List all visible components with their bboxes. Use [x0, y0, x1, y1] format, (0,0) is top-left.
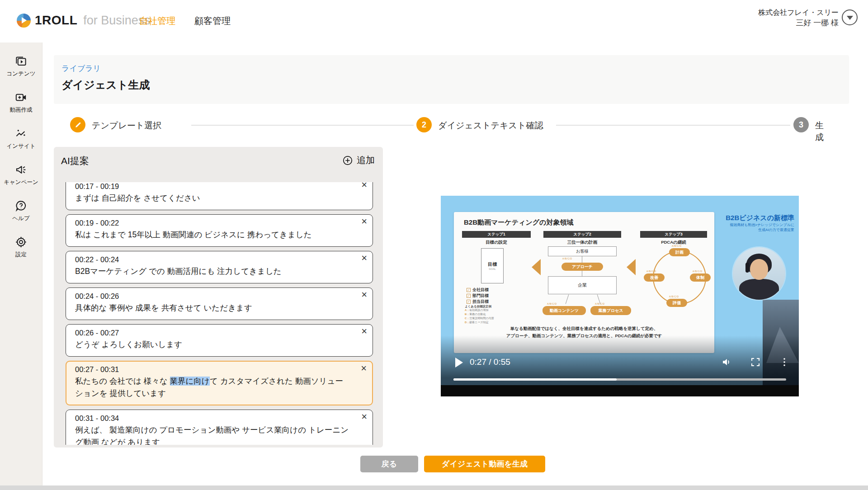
segment-card[interactable]: 00:22 - 00:24 × B2Bマーケティング での 動画活用にも 注力し… — [66, 251, 373, 283]
segment-card[interactable]: 00:19 - 00:22 × 私は これまで 15年以上 動画関連の ビジネス… — [66, 214, 373, 247]
insight-icon — [15, 127, 27, 140]
segment-card[interactable]: 00:24 - 00:26 × 具体的な 事例や 成果を 共有させて いただきま… — [66, 287, 373, 320]
step-2-label: ダイジェストテキスト確認 — [438, 120, 543, 132]
slide-company-box: 企業 — [548, 276, 617, 294]
abcd-micro-label: A/B/C/D — [672, 245, 682, 247]
add-segment-button[interactable]: 追加 — [342, 154, 375, 166]
segment-card[interactable]: 00:26 - 00:27 × どうぞ よろしくお願いします — [66, 324, 373, 357]
connector-line — [566, 294, 569, 304]
sidebar-item-label: インサイト — [7, 142, 36, 150]
nav-item-customers[interactable]: 顧客管理 — [194, 15, 231, 27]
video-bottom-bar — [441, 385, 799, 396]
sidebar-item-campaign[interactable]: キャンペーン — [0, 164, 42, 186]
brand-logo[interactable]: 1ROLL for Business — [17, 13, 151, 28]
segment-list: 00:17 - 00:19 × まずは 自己紹介を させてください 00:19 … — [66, 182, 373, 445]
fullscreen-icon[interactable] — [750, 357, 761, 368]
more-options-icon[interactable] — [779, 357, 790, 368]
segment-card[interactable]: 00:17 - 00:19 × まずは 自己紹介を させてください — [66, 182, 373, 210]
campaign-icon — [15, 164, 27, 176]
example-text: 業務の自動化 — [469, 313, 486, 316]
video-player[interactable]: B2B動画マーケティングの対象領域 ステップ1 ステップ2 ステップ3 目標の設… — [441, 196, 799, 396]
video-progress-bar[interactable] — [453, 378, 786, 381]
video-progress-fill — [453, 378, 617, 381]
segment-time: 00:22 - 00:24 — [75, 255, 351, 264]
step-connector — [556, 125, 790, 126]
app-root: 1ROLL for Business 自社管理 顧客管理 株式会社フレイ・スリー… — [0, 0, 868, 490]
segment-text: 具体的な 事例や 成果を 共有させて いただきます — [75, 302, 351, 314]
slide-goal-examples-title: よくある目標設定例 — [465, 304, 494, 308]
slide-pill-business-process: 業務プロセス — [590, 306, 631, 315]
segment-time: 00:26 - 00:27 — [75, 329, 351, 337]
sidebar-item-settings[interactable]: 設定 — [0, 236, 42, 259]
top-nav: 自社管理 顧客管理 — [139, 15, 231, 27]
volume-icon[interactable] — [721, 357, 732, 368]
segment-remove-button[interactable]: × — [361, 412, 367, 422]
slide-check-item: ✓ 部門目標 — [467, 293, 489, 299]
checkbox-icon: ✓ — [467, 294, 471, 298]
sidebar-item-insight[interactable]: インサイト — [0, 127, 42, 150]
brand-name: 1ROLL — [35, 13, 77, 28]
sidebar-item-help[interactable]: ヘルプ — [0, 200, 42, 222]
segment-text[interactable]: 私たちの 会社では 様々な 業界に向けて カスタマイズされた 動画ソリューション… — [75, 375, 351, 400]
segment-remove-button[interactable]: × — [361, 326, 367, 336]
back-button[interactable]: 戻る — [360, 456, 418, 472]
slide-check-item: ✓ 全社目標 — [467, 287, 489, 293]
arrow-left-icon — [532, 259, 541, 275]
checkbox-icon: ✓ — [467, 300, 471, 304]
brand-logo-icon — [17, 14, 31, 28]
slide-step3-tag: ステップ3 — [640, 231, 707, 238]
help-icon — [15, 200, 27, 212]
segment-time: 00:24 - 00:26 — [75, 292, 351, 301]
segment-remove-button[interactable]: × — [361, 217, 367, 226]
sidebar-item-label: ヘルプ — [12, 215, 29, 222]
connector-line — [582, 271, 582, 276]
slide-corner-badge: B2Bビジネスの新標準 複雑商材も動画×ナレッジでシンプルに 生成AIの力で最適… — [726, 214, 794, 232]
user-menu-button[interactable] — [842, 9, 858, 25]
contents-icon — [15, 55, 27, 67]
create-video-icon — [15, 91, 27, 104]
segment-text: B2Bマーケティング での 動画活用にも 注力してきました — [75, 265, 351, 278]
page-header-card: ライブラリ ダイジェスト生成 — [54, 55, 849, 104]
segment-time: 00:19 - 00:22 — [75, 219, 351, 227]
user-info: 株式会社フレイ・スリー 三好 一梛 様 — [758, 7, 839, 29]
slide-footnote-line1: 単なる動画配信ではなく、全社目標を達成するための戦略を逆算して定め、 — [454, 326, 714, 332]
ai-panel-title: AI提案 — [61, 155, 89, 167]
slide-pdca-improve: 改善 — [644, 273, 665, 282]
step-connector — [191, 125, 414, 126]
segment-card[interactable]: 00:31 - 00:34 × 例えば、 製造業向けの プロモーション動画や サ… — [66, 410, 373, 445]
segment-text: 私は これまで 15年以上 動画関連の ビジネスに 携わってきました — [75, 229, 351, 241]
play-button[interactable] — [455, 358, 463, 368]
sidebar-item-contents[interactable]: コンテンツ — [0, 55, 42, 78]
presenter-avatar — [733, 247, 785, 300]
slide-title: B2B動画マーケティングの対象領域 — [464, 218, 573, 227]
slide-goal-box: 目標 GOAL — [481, 248, 504, 283]
sidebar: コンテンツ 動画作成 インサイト キャンペーン — [0, 42, 42, 486]
slide-step2-tag: ステップ2 — [543, 231, 621, 238]
nav-item-own-company[interactable]: 自社管理 — [139, 15, 175, 27]
segment-time: 00:31 - 00:34 — [75, 414, 351, 423]
sidebar-item-create-video[interactable]: 動画作成 — [0, 91, 42, 114]
breadcrumb-library[interactable]: ライブラリ — [61, 63, 101, 74]
slide-approach-pill: アプローチ — [561, 263, 603, 271]
segment-time: 00:17 - 00:19 — [75, 182, 351, 191]
slide-check-label: 全社目標 — [472, 287, 489, 293]
segment-card-active[interactable]: 00:27 - 00:31 × 私たちの 会社では 様々な 業界に向けて カスタ… — [66, 361, 373, 405]
generate-digest-button[interactable]: ダイジェスト動画を生成 — [424, 456, 545, 472]
step-2-circle: 2 — [416, 117, 432, 132]
segment-remove-button[interactable]: × — [361, 253, 367, 263]
segment-remove-button[interactable]: × — [361, 290, 367, 300]
chevron-down-icon — [847, 16, 853, 20]
video-time-display: 0:27 / 0:55 — [470, 357, 510, 367]
slide-check-label: 部門目標 — [472, 293, 489, 299]
segment-text-before: 私たちの 会社では 様々な — [75, 377, 170, 386]
abcd-micro-label: A/B/C/D — [669, 295, 679, 298]
sidebar-item-label: キャンペーン — [4, 179, 38, 186]
segment-remove-button[interactable]: × — [361, 182, 367, 190]
slide-step1-tag: ステップ1 — [462, 231, 531, 238]
segment-remove-button[interactable]: × — [361, 363, 367, 373]
sidebar-item-label: 動画作成 — [10, 106, 33, 114]
example-letter: B： — [465, 313, 469, 316]
slide-goal-sublabel: GOAL — [489, 268, 495, 270]
arrow-left-icon — [627, 259, 636, 275]
user-company: 株式会社フレイ・スリー — [758, 7, 839, 18]
